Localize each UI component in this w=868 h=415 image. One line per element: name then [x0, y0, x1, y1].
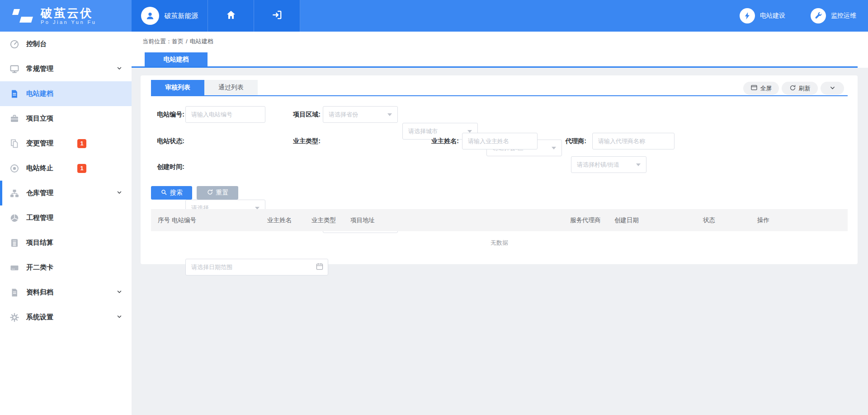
agent-input[interactable] [592, 133, 675, 149]
calculator-icon [9, 238, 19, 248]
user-name: 破茧新能源 [165, 12, 198, 20]
breadcrumb-current: 电站建档 [190, 38, 213, 45]
fullscreen-button[interactable]: 全屏 [743, 82, 779, 95]
nav-label: 监控运维 [831, 12, 856, 20]
col-status: 状态 [703, 209, 715, 231]
sign-in-icon [271, 9, 283, 23]
date-range-input[interactable]: 请选择日期范围 [185, 259, 328, 275]
station-termination-badge: 1 [77, 164, 86, 173]
file-icon [9, 89, 19, 99]
sidebar-item-warehouse-mgmt[interactable]: 仓库管理 [0, 181, 132, 205]
active-indicator-bar [0, 181, 2, 205]
header-spacer [300, 0, 740, 32]
col-actions: 操作 [757, 209, 769, 231]
owner-name-label: 业主姓名: [421, 133, 459, 149]
collapse-toggle-button[interactable] [821, 82, 844, 95]
table-header: 序号 电站编号 业主姓名 业主类型 项目地址 服务代理商 创建日期 状态 操作 [151, 209, 848, 231]
col-owner-type: 业主类型 [311, 209, 336, 231]
nav-monitoring-ops[interactable]: 监控运维 [811, 8, 856, 23]
sidebar-item-data-archiving[interactable]: 资料归档 [0, 280, 132, 305]
caret-down-icon [636, 163, 641, 166]
app-logo: 破茧云伏 Po Jian Yun Fu [0, 0, 132, 32]
logout-button[interactable] [254, 0, 300, 32]
sidebar-item-engineering-mgmt[interactable]: 工程管理 [0, 205, 132, 230]
home-icon [225, 9, 237, 23]
chevron-down-icon [116, 189, 123, 197]
pie-chart-icon [9, 213, 19, 223]
user-avatar-icon [141, 7, 159, 25]
col-address: 项目地址 [350, 209, 375, 231]
copy-icon [9, 139, 19, 149]
col-created: 创建日期 [614, 209, 639, 231]
created-time-label: 创建时间: [151, 159, 184, 175]
empty-state: 无数据 [151, 239, 848, 247]
sidebar-item-dashboard[interactable]: 控制台 [0, 32, 132, 56]
province-select[interactable]: 请选择省份 [323, 106, 398, 123]
station-status-label: 电站状态: [151, 133, 184, 149]
breadcrumb-separator: / [186, 38, 188, 45]
reset-button[interactable]: 重置 [197, 186, 238, 200]
sidebar-item-station-filing[interactable]: 电站建档 [0, 81, 132, 106]
breadcrumb-tab-strip: 当前位置：首页/电站建档 电站建档 [132, 32, 868, 68]
town-select[interactable]: 请选择村镇/街道 [571, 156, 646, 173]
sidebar: 控制台 常规管理 电站建档 项目立项 [0, 32, 132, 415]
station-no-input[interactable] [185, 106, 265, 123]
fullscreen-icon [750, 84, 758, 93]
gauge-icon [9, 39, 19, 49]
sidebar-item-system-settings[interactable]: 系统设置 [0, 305, 132, 330]
content-panel: 审核列表 通过列表 全屏 刷新 电站编号: [141, 75, 858, 264]
owner-type-label: 业主类型: [287, 133, 321, 149]
briefcase-icon [9, 114, 19, 124]
target-icon [9, 163, 19, 173]
sidebar-item-general-mgmt[interactable]: 常规管理 [0, 56, 132, 81]
sidebar-item-project-settlement[interactable]: 项目结算 [0, 230, 132, 255]
wrench-icon [811, 8, 826, 23]
sidebar-item-station-termination[interactable]: 电站终止 1 [0, 156, 132, 181]
agent-label: 代理商: [553, 133, 586, 149]
col-seq: 序号 [158, 209, 170, 231]
logo-title: 破茧云伏 [41, 7, 96, 19]
breadcrumb-label: 当前位置： [142, 38, 172, 45]
main-content: 当前位置：首页/电站建档 电站建档 审核列表 通过列表 全屏 刷新 [132, 32, 868, 415]
change-mgmt-badge: 1 [77, 139, 86, 148]
sidebar-item-open-class2-card[interactable]: 开二类卡 [0, 255, 132, 280]
sitemap-icon [9, 188, 19, 198]
monitor-icon [9, 64, 19, 74]
station-no-label: 电站编号: [151, 106, 184, 123]
owner-name-input[interactable] [462, 133, 538, 149]
reset-icon [207, 189, 213, 197]
col-station-no: 电站编号 [172, 209, 196, 231]
tab-passed-list[interactable]: 通过列表 [204, 80, 258, 95]
user-menu[interactable]: 破茧新能源 [132, 0, 208, 32]
tab-review-list[interactable]: 审核列表 [151, 80, 204, 95]
breadcrumb-home-link[interactable]: 首页 [172, 38, 184, 45]
chevron-down-icon [116, 289, 123, 297]
calendar-icon [316, 262, 324, 272]
sidebar-item-change-mgmt[interactable]: 变更管理 1 [0, 131, 132, 156]
page-tab-station-filing[interactable]: 电站建档 [145, 52, 208, 66]
home-button[interactable] [208, 0, 254, 32]
caret-down-icon [467, 130, 472, 133]
nav-label: 电站建设 [760, 12, 785, 20]
panel-tab-underline [151, 95, 848, 96]
sidebar-item-project-initiation[interactable]: 项目立项 [0, 106, 132, 131]
logo-subtitle: Po Jian Yun Fu [41, 19, 96, 25]
region-label: 项目区域: [287, 106, 321, 123]
col-owner-name: 业主姓名 [267, 209, 292, 231]
breadcrumb: 当前位置：首页/电站建档 [142, 37, 213, 46]
refresh-button[interactable]: 刷新 [782, 82, 818, 95]
archive-file-icon [9, 288, 19, 298]
caret-down-icon [387, 113, 392, 116]
search-button[interactable]: 搜索 [151, 186, 192, 200]
lightning-icon [740, 8, 755, 23]
chevron-down-icon [116, 313, 123, 322]
logo-icon [10, 7, 35, 25]
chevron-down-icon [116, 65, 123, 73]
nav-station-construction[interactable]: 电站建设 [740, 8, 785, 23]
search-icon [160, 189, 167, 197]
refresh-icon [789, 84, 796, 93]
card-icon [9, 263, 19, 273]
tab-underline [132, 66, 858, 68]
col-agent: 服务代理商 [570, 209, 601, 231]
gear-icon [9, 312, 19, 322]
